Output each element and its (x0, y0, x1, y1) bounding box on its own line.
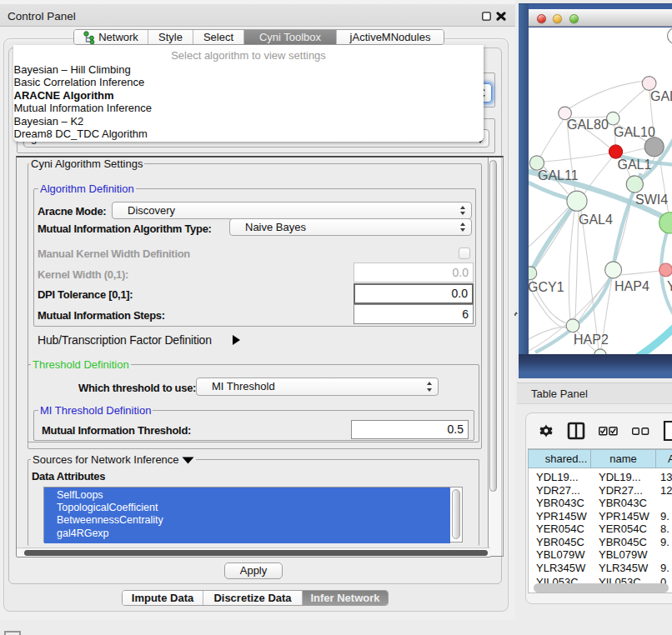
svg-text:GAL7: GAL7 (650, 89, 672, 103)
svg-text:GAL10: GAL10 (614, 125, 655, 139)
svg-text:SWI4: SWI4 (635, 192, 668, 207)
svg-text:GAL80: GAL80 (567, 118, 609, 132)
svg-text:HAP4: HAP4 (614, 279, 649, 293)
svg-text:HAP2: HAP2 (574, 332, 609, 347)
svg-text:GAL11: GAL11 (538, 168, 579, 182)
svg-text:GAL1: GAL1 (618, 158, 652, 172)
svg-text:GAL4: GAL4 (579, 212, 613, 227)
svg-text:GCY1: GCY1 (529, 280, 564, 294)
svg-text:YJ: YJ (667, 279, 672, 293)
